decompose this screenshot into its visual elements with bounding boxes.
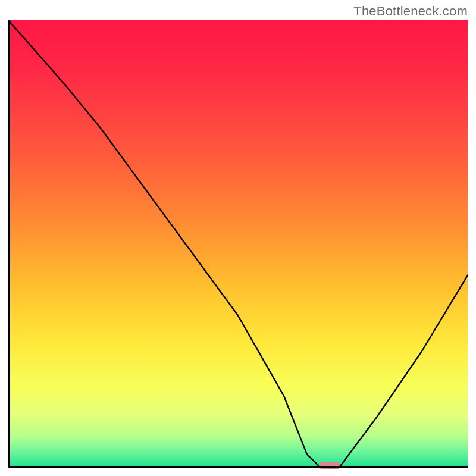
watermark-text: TheBottleneck.com: [353, 4, 468, 19]
chart-curve: [8, 20, 468, 468]
chart-plot-area: [8, 20, 468, 468]
optimal-marker: [319, 462, 340, 469]
